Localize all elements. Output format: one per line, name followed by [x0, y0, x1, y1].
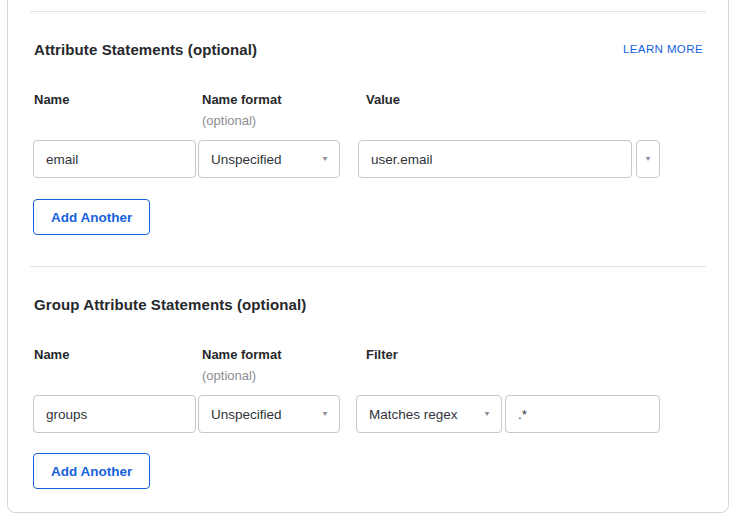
attribute-value-input[interactable]: [358, 140, 632, 178]
name-format-optional-note: (optional): [202, 113, 256, 128]
column-header-name: Name: [34, 92, 69, 107]
column-header-value: Value: [366, 92, 400, 107]
group-attribute-statements-title: Group Attribute Statements (optional): [34, 296, 306, 313]
learn-more-link[interactable]: LEARN MORE: [623, 43, 703, 55]
add-another-attribute-button[interactable]: Add Another: [33, 199, 150, 235]
column-header-filter: Filter: [366, 347, 398, 362]
chevron-down-icon: ▼: [321, 410, 329, 417]
name-format-optional-note: (optional): [202, 368, 256, 383]
attribute-name-input[interactable]: [33, 140, 196, 178]
group-attribute-name-format-select[interactable]: Unspecified ▼: [198, 395, 340, 433]
section-divider: [30, 11, 706, 12]
chevron-down-icon: ▼: [644, 155, 652, 162]
column-header-name-format: Name format: [202, 92, 281, 107]
chevron-down-icon: ▼: [483, 410, 491, 417]
section-divider: [30, 266, 706, 267]
group-attribute-name-input[interactable]: [33, 395, 196, 433]
group-filter-value-input[interactable]: [505, 395, 660, 433]
attribute-name-format-select[interactable]: Unspecified ▼: [198, 140, 340, 178]
add-another-group-attribute-button[interactable]: Add Another: [33, 453, 150, 489]
group-filter-type-select[interactable]: Matches regex ▼: [356, 395, 502, 433]
column-header-name: Name: [34, 347, 69, 362]
chevron-down-icon: ▼: [321, 155, 329, 162]
attribute-name-format-selected: Unspecified: [211, 152, 282, 167]
group-filter-type-selected: Matches regex: [369, 407, 458, 422]
settings-card: [7, 0, 729, 513]
group-attribute-name-format-selected: Unspecified: [211, 407, 282, 422]
column-header-name-format: Name format: [202, 347, 281, 362]
attribute-value-dropdown-button[interactable]: ▼: [636, 140, 660, 178]
attribute-statements-title: Attribute Statements (optional): [34, 41, 257, 58]
